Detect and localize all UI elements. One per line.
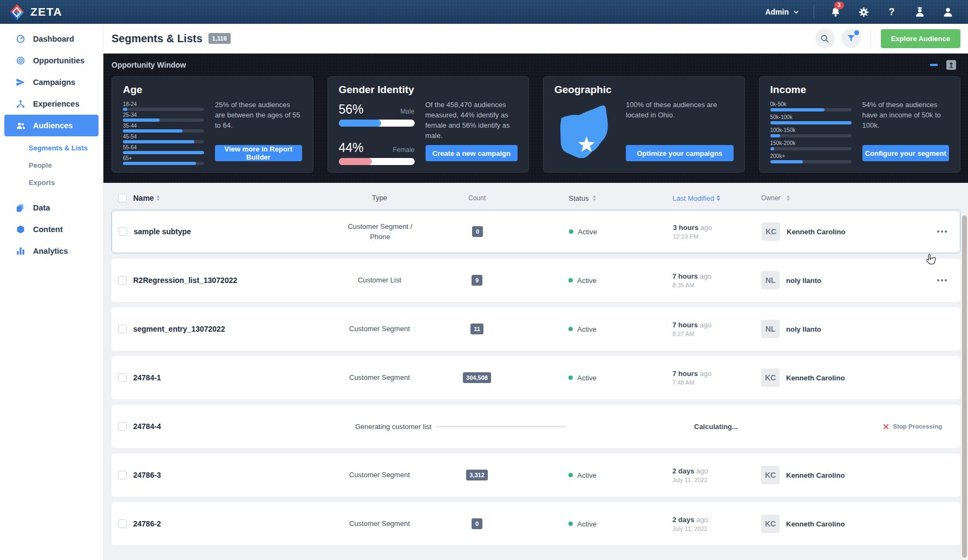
row-type: Customer Segment: [317, 470, 442, 480]
gender-card: Gender Identity 56% Male: [328, 76, 529, 173]
row-status: Active: [512, 471, 653, 479]
sidebar-item-content[interactable]: Content: [4, 219, 99, 240]
row-checkbox[interactable]: [119, 227, 127, 236]
sidebar-item-label: Content: [33, 225, 63, 234]
count-badge: 9: [472, 275, 482, 286]
notifications-button[interactable]: 3: [828, 5, 842, 19]
table-row[interactable]: 24786-2Customer Segment0Active2 days ago…: [112, 502, 960, 545]
sidebar-item-analytics[interactable]: Analytics: [4, 240, 99, 262]
table-row[interactable]: segment_entry_13072022Customer Segment11…: [112, 307, 960, 351]
sidebar-item-experiences[interactable]: Experiences: [4, 93, 99, 115]
row-name: 24784-4: [133, 422, 317, 431]
status-dot-icon: [568, 473, 573, 477]
brand-name: ZETA: [30, 5, 62, 18]
settings-button[interactable]: [856, 5, 871, 19]
table-row[interactable]: 24786-3Customer Segment3,312Active2 days…: [112, 453, 960, 497]
row-checkbox[interactable]: [118, 194, 127, 202]
optimize-campaigns-button[interactable]: Optimize your campaigns: [626, 145, 734, 161]
row-name: R2Regression_list_13072022: [133, 276, 317, 285]
sidebar-item-data[interactable]: Data: [4, 197, 99, 219]
row-last-modified: 7 hours ago8:27 AM: [653, 321, 761, 337]
age-bar-chart: 18-2425-3435-4445-5455-6465+: [123, 100, 204, 161]
row-status: Active: [512, 520, 653, 528]
vertical-scrollbar[interactable]: [962, 215, 967, 558]
navbar-divider: [814, 5, 814, 19]
column-header-status[interactable]: Status: [512, 194, 653, 202]
row-checkbox[interactable]: [118, 519, 127, 528]
sidebar-item-dashboard[interactable]: Dashboard: [4, 28, 99, 50]
minimize-icon[interactable]: [930, 64, 938, 66]
filter-funnel-icon: [846, 34, 856, 43]
table-header: NameTypeCountStatusLast ModifiedOwner: [112, 188, 960, 208]
age-card-title: Age: [123, 84, 302, 96]
sort-icon: [156, 195, 160, 201]
row-checkbox[interactable]: [118, 276, 127, 285]
opportunity-window-title: Opportunity Window: [112, 61, 186, 69]
sidebar-item-campaigns[interactable]: Campaigns: [4, 71, 99, 93]
bar-100k-150k: 100k-150k: [770, 127, 852, 137]
table-row[interactable]: 24784-1Customer Segment304,508Active7 ho…: [112, 356, 960, 399]
row-checkbox[interactable]: [118, 471, 127, 479]
table-row[interactable]: R2Regression_list_13072022Customer List9…: [112, 259, 960, 302]
sidebar-item-label: Dashboard: [33, 35, 74, 43]
bar-50k-100k: 50k-100k: [770, 114, 852, 124]
sidebar-subitem-exports[interactable]: Exports: [0, 174, 103, 192]
bar-65: 65+: [123, 155, 204, 165]
count-badge: 0: [472, 518, 482, 529]
income-description: 54% of these audiences have an income of…: [862, 100, 950, 131]
row-checkbox[interactable]: [118, 325, 127, 333]
row-name: segment_entry_13072022: [133, 325, 317, 333]
row-menu-icon[interactable]: [934, 227, 950, 236]
bar-200k: 200k+: [770, 153, 852, 163]
bar-18-24: 18-24: [123, 101, 204, 111]
filter-button[interactable]: [841, 29, 861, 48]
sidebar-item-audiences[interactable]: Audiences: [4, 115, 99, 136]
column-header-last-modified[interactable]: Last Modified: [653, 194, 761, 202]
chevron-down-icon: [793, 9, 800, 16]
table-row[interactable]: 24784-4Generating customer listCalculati…: [112, 405, 960, 448]
column-header-owner[interactable]: Owner: [761, 194, 924, 202]
page-header: Segments & Lists 1,118 Explore Audience: [103, 24, 968, 54]
admin-menu[interactable]: Admin: [765, 8, 800, 16]
popout-icon[interactable]: ↥: [946, 60, 956, 70]
row-last-modified: 2 days agoJuly 11, 2022: [653, 516, 761, 532]
row-calculating: Calculating...: [675, 423, 783, 431]
status-dot-icon: [568, 327, 573, 331]
stop-processing-button[interactable]: Stop Processing: [783, 423, 960, 430]
sidebar-subitem-segments-lists[interactable]: Segments & Lists: [0, 140, 103, 157]
female-label: Female: [393, 146, 414, 154]
table-row[interactable]: sample subtypeCustomer Segment /Phone0Ac…: [112, 210, 960, 253]
female-bar-fill: [339, 158, 372, 165]
create-campaign-button[interactable]: Create a new campaign: [426, 145, 518, 161]
geographic-description: 100% of these audiences are located in O…: [626, 100, 734, 121]
row-checkbox[interactable]: [118, 422, 127, 431]
configure-segment-button[interactable]: Configure your segment: [862, 145, 950, 161]
view-report-builder-button[interactable]: View more in Report Builder: [215, 145, 302, 161]
header-divider: [871, 30, 871, 47]
row-checkbox[interactable]: [118, 373, 127, 382]
sidebar-item-label: Data: [33, 203, 50, 212]
filter-active-dot: [854, 30, 859, 35]
row-type: Customer Segment: [317, 324, 442, 334]
row-type: Customer Segment: [317, 518, 442, 529]
column-header-type[interactable]: Type: [317, 193, 442, 203]
column-header-count[interactable]: Count: [442, 194, 512, 202]
sidebar-item-opportunities[interactable]: Opportunities: [4, 50, 99, 71]
help-button[interactable]: ?: [885, 5, 899, 19]
row-last-modified: 3 hours ago12:10 PM: [653, 223, 762, 240]
bar-35-44: 35-44: [123, 123, 204, 133]
row-type: Customer Segment /Phone: [318, 221, 442, 242]
search-button[interactable]: [815, 29, 835, 48]
admin-user-button[interactable]: [913, 5, 927, 19]
column-header-name[interactable]: Name: [133, 194, 317, 202]
explore-audience-button[interactable]: Explore Audience: [881, 29, 960, 48]
gender-description: Of the 458,470 audiences measured, 44% i…: [426, 100, 518, 141]
sidebar-subitem-people[interactable]: People: [0, 157, 103, 174]
profile-button[interactable]: [941, 5, 955, 19]
main-content: Segments & Lists 1,118 Explore Audience: [103, 24, 968, 560]
income-card-title: Income: [770, 84, 950, 96]
row-menu-icon[interactable]: [934, 276, 950, 285]
sidebar-item-label: Opportunities: [33, 56, 84, 65]
avatar: KC: [761, 368, 780, 387]
row-name: 24786-3: [133, 471, 317, 479]
